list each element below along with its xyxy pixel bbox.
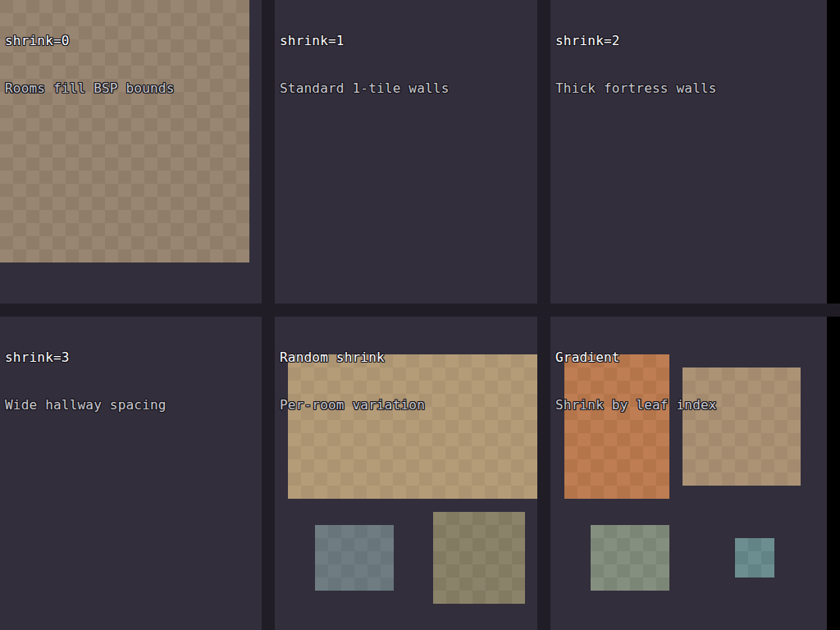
panel-title: shrink=1 xyxy=(280,33,450,49)
room-rect xyxy=(315,525,394,591)
panel-subtitle: Rooms fill BSP bounds xyxy=(5,80,175,97)
panel-caption: shrink=0 Rooms fill BSP bounds xyxy=(5,2,175,128)
room-rect xyxy=(735,538,774,578)
panel-caption: Gradient Shrink by leaf index xyxy=(555,318,717,445)
panel-subtitle: Per-room variation xyxy=(280,397,425,413)
room-rect xyxy=(591,525,669,591)
panel-title: shrink=2 xyxy=(555,33,717,49)
panel-caption: shrink=2 Thick fortress walls xyxy=(555,2,717,128)
panel-title: Gradient xyxy=(555,349,717,366)
right-margin-bottom xyxy=(827,317,840,630)
room-rect xyxy=(433,512,525,604)
panel-subtitle: Standard 1-tile walls xyxy=(280,80,450,97)
panel-title: Random shrink xyxy=(280,349,425,366)
panel-shrink-3: shrink=3 Wide hallway spacing xyxy=(0,317,262,630)
panel-caption: Random shrink Per-room variation xyxy=(280,318,425,445)
panel-subtitle: Wide hallway spacing xyxy=(5,397,167,413)
panel-title: shrink=0 xyxy=(5,33,175,49)
panel-caption: shrink=1 Standard 1-tile walls xyxy=(280,2,450,128)
panel-random-shrink: Random shrink Per-room variation xyxy=(275,317,537,630)
panel-gradient: Gradient Shrink by leaf index xyxy=(550,317,827,630)
panel-caption: shrink=3 Wide hallway spacing xyxy=(5,318,167,445)
right-margin-top xyxy=(827,0,840,304)
panel-shrink-0: shrink=0 Rooms fill BSP bounds xyxy=(0,0,262,304)
panel-shrink-2: shrink=2 Thick fortress walls xyxy=(550,0,827,304)
panel-shrink-1: shrink=1 Standard 1-tile walls xyxy=(275,0,537,304)
panel-subtitle: Shrink by leaf index xyxy=(555,397,717,413)
panel-subtitle: Thick fortress walls xyxy=(555,80,717,97)
panel-title: shrink=3 xyxy=(5,349,167,366)
